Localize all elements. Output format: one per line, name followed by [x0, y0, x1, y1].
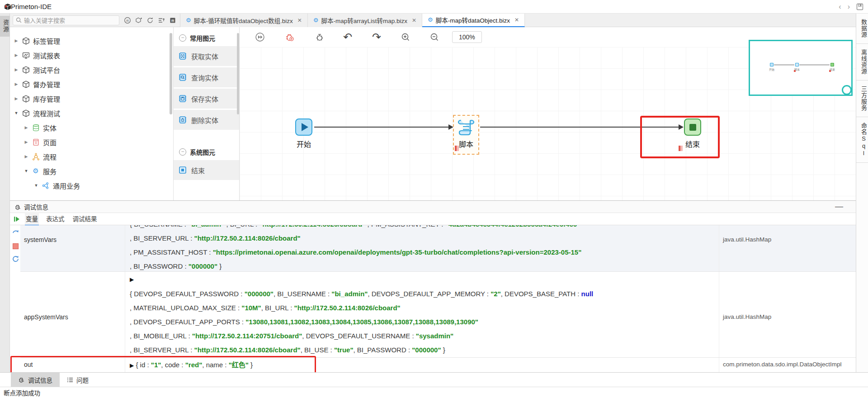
resource-tree-panel: ▶标签管理▶测试报表▶测试平台▶督办管理▶库存管理▼流程测试▶实体▶页面▶流程▼… — [10, 27, 173, 200]
debug-panel-title: 调试信息 — [24, 202, 48, 211]
close-tab-icon[interactable]: ✕ — [514, 17, 519, 23]
end-breakpoint-badge[interactable] — [679, 146, 683, 151]
palette-item-结束[interactable]: 结束 — [174, 160, 239, 180]
redo-icon[interactable]: ↷ — [371, 31, 382, 43]
tree-item-页面[interactable]: ▶页面 — [10, 135, 173, 149]
package-add-icon[interactable] — [135, 17, 142, 24]
variable-row-systemVars[interactable]: systemVars{ BI_USERNAME : "bi_admin" , B… — [20, 225, 856, 272]
tree-item-测试平台[interactable]: ▶测试平台 — [10, 62, 173, 77]
tree-item-服务[interactable]: ▼⚙服务 — [10, 164, 173, 178]
zoom-level[interactable]: 100% — [452, 31, 482, 43]
chevron-down-icon[interactable]: ▼ — [24, 169, 29, 173]
palette-item-获取实体[interactable]: 获取实体 — [174, 46, 239, 66]
undo-icon[interactable]: ↶ — [342, 31, 354, 43]
close-tab-icon[interactable]: ✕ — [412, 17, 416, 24]
debug-stop-icon[interactable] — [284, 31, 296, 43]
debug-settings-icon[interactable] — [314, 31, 326, 43]
minimize-panel-icon[interactable]: — — [835, 202, 843, 211]
chevron-right-icon[interactable]: ▶ — [24, 125, 29, 130]
palette-section-系统图元[interactable]: −系统图元 — [174, 131, 239, 160]
minimap[interactable]: 开始脚本结束 — [749, 40, 853, 96]
variable-value: ▶{ DEVOPS_DEFAULT_PASSWORD : "000000", B… — [125, 272, 719, 357]
flow-canvas[interactable]: ↶ ↷ 100% 开始 脚本 结束 开始脚本结束 — [240, 27, 856, 200]
variable-name: out — [20, 358, 125, 372]
gear-icon: ⚙ — [186, 17, 191, 24]
step-over-icon[interactable] — [12, 228, 19, 237]
refresh-debug-icon[interactable] — [12, 255, 19, 265]
palette-item-查询实体[interactable]: 查询实体 — [174, 67, 239, 87]
variable-type: java.util.HashMap — [719, 272, 856, 357]
tree-item-测试报表[interactable]: ▶测试报表 — [10, 48, 173, 62]
editor-tab-label: 脚本-map转dataObject.bizx — [436, 15, 510, 24]
tree-item-label: 服务 — [43, 166, 57, 176]
tree-item-督办管理[interactable]: ▶督办管理 — [10, 77, 173, 91]
script-breakpoint-badge[interactable] — [455, 146, 459, 151]
bottom-tab-问题[interactable]: 问题 — [60, 373, 96, 387]
editor-tab-0[interactable]: ⚙脚本-循环赋值转dataObject数组.bizx✕ — [180, 14, 308, 27]
status-text: 断点添加成功 — [4, 388, 40, 397]
stop-debug-icon[interactable] — [13, 243, 19, 249]
start-node[interactable] — [295, 118, 312, 136]
script-node[interactable] — [457, 118, 475, 139]
bottom-tab-bar: 调试信息问题 — [0, 372, 868, 387]
page-icon — [32, 138, 40, 146]
chevron-right-icon[interactable]: ▶ — [14, 67, 19, 72]
palette-scrollbar[interactable] — [237, 33, 239, 114]
left-rail-tab-资源[interactable]: 资源 — [0, 16, 10, 37]
debug-resume-icon[interactable] — [14, 216, 20, 223]
tree-item-流程[interactable]: ▶流程 — [10, 149, 173, 164]
zoom-in-icon[interactable] — [400, 31, 411, 43]
debug-tab-表达式[interactable]: 表达式 — [45, 212, 66, 226]
zoom-out-icon[interactable] — [429, 31, 440, 43]
save-icon[interactable] — [856, 3, 863, 10]
palette-section-常用图元[interactable]: −常用图元 — [174, 27, 239, 46]
editor-tab-1[interactable]: ⚙脚本-map转arrayList转map.bizx✕ — [308, 14, 422, 27]
chevron-right-icon[interactable]: ▶ — [14, 96, 19, 101]
tree-item-标签管理[interactable]: ▶标签管理 — [10, 33, 173, 48]
palette-item-删除实体[interactable]: 删除实体 — [174, 110, 239, 130]
app-logo-icon — [4, 3, 12, 11]
tree-item-库存管理[interactable]: ▶库存管理 — [10, 91, 173, 106]
doc-icon[interactable]: ▤ — [169, 17, 176, 24]
tree-scrollbar[interactable] — [170, 33, 172, 114]
right-rail-tab-命名Sql[interactable]: 命名Sql — [856, 117, 868, 163]
debug-tab-调试结果[interactable]: 调试结果 — [72, 212, 98, 226]
tree-item-实体[interactable]: ▶实体 — [10, 120, 173, 135]
palette-item-保存实体[interactable]: 保存实体 — [174, 89, 239, 109]
right-rail-tab-数据源[interactable]: 数据源 — [856, 14, 868, 44]
variable-row-out[interactable]: out▶ { id : "1", code : "red", name : "红… — [20, 358, 856, 373]
palette-panel: −常用图元获取实体查询实体保存实体删除实体−系统图元结束 — [173, 27, 240, 200]
editor-tab-2[interactable]: ⚙脚本-map转dataObject.bizx✕ — [422, 14, 525, 27]
bottom-tab-label: 调试信息 — [28, 375, 52, 384]
nav-forward-icon[interactable]: › — [848, 3, 850, 11]
minimap-node-开始 — [770, 63, 774, 66]
minimap-resize-handle[interactable] — [842, 85, 852, 95]
nav-back-icon[interactable]: ‹ — [839, 3, 841, 11]
chevron-right-icon[interactable]: ▶ — [14, 38, 19, 43]
refresh-icon[interactable] — [146, 17, 154, 24]
right-rail-tab-离线资源[interactable]: 离线资源 — [856, 44, 868, 81]
tree-item-label: 流程 — [43, 152, 57, 161]
tree-item-流程测试[interactable]: ▼流程测试 — [10, 106, 173, 120]
end-node[interactable] — [684, 118, 701, 136]
right-rail-tab-三方服务[interactable]: 三方服务 — [856, 81, 868, 117]
collapse-section-icon[interactable]: − — [179, 148, 186, 156]
chevron-right-icon[interactable]: ▶ — [24, 154, 29, 159]
bottom-tab-调试信息[interactable]: 调试信息 — [11, 373, 60, 387]
search-input[interactable]: 输入关键字搜索 — [13, 15, 119, 25]
ai-icon[interactable]: AI — [124, 17, 131, 24]
chevron-right-icon[interactable]: ▶ — [14, 53, 19, 57]
chevron-down-icon[interactable]: ▼ — [33, 183, 39, 188]
collapse-section-icon[interactable]: − — [179, 34, 186, 42]
sort-list-icon[interactable] — [158, 17, 165, 24]
tree-item-通用业务[interactable]: ▼通用业务 — [10, 178, 173, 193]
chevron-right-icon[interactable]: ▶ — [24, 140, 29, 144]
variable-row-appSystemVars[interactable]: appSystemVars▶{ DEVOPS_DEFAULT_PASSWORD … — [20, 272, 856, 358]
close-tab-icon[interactable]: ✕ — [297, 17, 302, 24]
debug-tab-变量[interactable]: 变量 — [25, 212, 39, 226]
run-to-icon[interactable] — [254, 31, 266, 43]
tree-item-label: 页面 — [43, 137, 57, 147]
app-title: Primeton-IDE — [11, 3, 52, 10]
chevron-right-icon[interactable]: ▶ — [14, 82, 19, 86]
chevron-down-icon[interactable]: ▼ — [14, 111, 19, 115]
